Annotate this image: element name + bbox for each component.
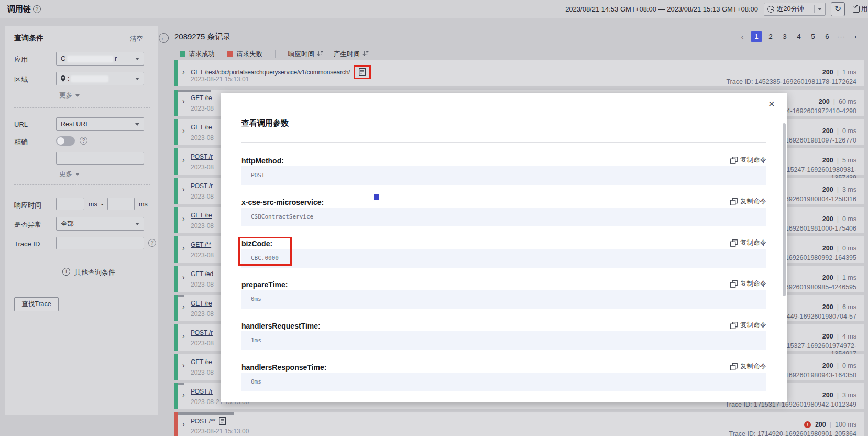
copy-command-button[interactable]: 复制命令 bbox=[730, 279, 766, 288]
param-value-box: 0ms bbox=[241, 373, 766, 391]
trace-url-link[interactable]: GET /re bbox=[191, 94, 212, 102]
trace-url-text: GET /ed bbox=[191, 270, 213, 278]
expand-chevron-icon[interactable]: › bbox=[182, 97, 185, 105]
search-trace-button[interactable]: 查找Trace bbox=[14, 297, 59, 311]
status-bar-success bbox=[174, 266, 178, 292]
expand-chevron-icon[interactable]: › bbox=[182, 156, 185, 164]
sort-response-time[interactable]: 响应时间 bbox=[288, 49, 323, 59]
app-select[interactable]: Cr bbox=[56, 52, 144, 66]
expand-chevron-icon[interactable]: › bbox=[182, 302, 185, 311]
page-button-3[interactable]: 3 bbox=[779, 31, 790, 42]
copy-command-button[interactable]: 复制命令 bbox=[730, 197, 766, 206]
close-icon[interactable]: × bbox=[768, 99, 775, 109]
trace-url-link[interactable]: POST /r bbox=[191, 153, 213, 160]
trace-url-link[interactable]: GET /re bbox=[191, 300, 212, 307]
page-button-2[interactable]: 2 bbox=[765, 31, 776, 42]
divider: | bbox=[837, 274, 839, 281]
trace-status: 200|0 ms bbox=[822, 362, 856, 369]
clock-icon bbox=[767, 6, 774, 13]
trace-url-link[interactable]: GET /re bbox=[191, 212, 212, 219]
trace-url-link[interactable]: POST /r bbox=[191, 388, 213, 395]
status-bar-success bbox=[174, 90, 178, 116]
status-code: 200 bbox=[819, 98, 830, 105]
chevron-down-icon bbox=[135, 58, 139, 60]
trace-id-help-icon[interactable]: ? bbox=[148, 239, 156, 247]
copy-command-button[interactable]: 复制命令 bbox=[730, 362, 766, 371]
more-toggle-2[interactable]: 更多 bbox=[59, 170, 80, 179]
divider bbox=[275, 50, 276, 58]
expand-chevron-icon[interactable]: › bbox=[182, 361, 185, 369]
status-code: 200 bbox=[822, 69, 833, 76]
region-select[interactable]: : bbox=[56, 72, 144, 85]
trace-url-link[interactable]: GET /re bbox=[191, 358, 212, 366]
copy-command-button[interactable]: 复制命令 bbox=[730, 238, 766, 247]
abnormal-select[interactable]: 全部 bbox=[56, 217, 144, 231]
expand-chevron-icon[interactable]: › bbox=[182, 332, 185, 340]
trace-url-link[interactable]: POST /r bbox=[191, 182, 213, 190]
user-guide-link[interactable]: 用户指 bbox=[853, 5, 868, 14]
expand-chevron-icon[interactable]: › bbox=[182, 390, 185, 399]
page-help-icon[interactable]: ? bbox=[33, 5, 41, 13]
expand-chevron-icon[interactable]: › bbox=[182, 244, 185, 252]
expand-chevron-icon[interactable]: › bbox=[182, 273, 185, 281]
duration: 100 ms bbox=[835, 421, 856, 428]
trace-id-input[interactable] bbox=[56, 237, 144, 249]
expand-chevron-icon[interactable]: › bbox=[182, 68, 185, 76]
page-ellipsis[interactable]: ··· bbox=[836, 31, 847, 42]
refresh-button[interactable]: ↻ bbox=[831, 2, 845, 16]
expand-chevron-icon[interactable]: › bbox=[182, 214, 185, 223]
expand-chevron-icon[interactable]: › bbox=[182, 126, 185, 135]
pagination: ‹123456···› bbox=[737, 31, 861, 42]
trace-timestamp: 2023-08 bbox=[191, 340, 214, 347]
trace-url-link[interactable]: POST /r bbox=[191, 329, 213, 336]
param-value-box: CSBContractService bbox=[241, 208, 766, 226]
view-params-icon[interactable] bbox=[219, 417, 226, 425]
plus-circle-icon[interactable]: + bbox=[62, 268, 70, 276]
response-time-max-input[interactable] bbox=[107, 198, 135, 210]
param-label: handlersResponseTime: bbox=[241, 363, 326, 372]
collapse-panel-icon[interactable]: ← bbox=[159, 33, 169, 43]
exact-help-icon[interactable]: ? bbox=[80, 137, 87, 145]
divider bbox=[14, 286, 150, 286]
trace-url-link[interactable]: GET /** bbox=[191, 241, 211, 248]
page-prev-button[interactable]: ‹ bbox=[737, 31, 748, 42]
trace-url-link[interactable]: GET /ed bbox=[191, 270, 213, 278]
status-bar-success bbox=[174, 383, 178, 409]
url-type-select[interactable]: Rest URL bbox=[56, 117, 144, 131]
page-button-6[interactable]: 6 bbox=[822, 31, 832, 42]
response-time-min-input[interactable] bbox=[56, 198, 84, 210]
trace-url-link[interactable]: GET /re bbox=[191, 124, 212, 131]
page-button-4[interactable]: 4 bbox=[794, 31, 804, 42]
duration: 3 ms bbox=[842, 186, 856, 193]
status-bar-success bbox=[174, 178, 178, 204]
divider: | bbox=[837, 391, 839, 399]
duration: 3 ms bbox=[842, 391, 856, 399]
trace-timestamp: 2023-08 bbox=[191, 134, 214, 141]
divider: | bbox=[837, 127, 839, 135]
trace-url-link[interactable]: POST /** bbox=[191, 417, 226, 425]
expand-chevron-icon[interactable]: › bbox=[182, 185, 185, 193]
clear-button[interactable]: 清空 bbox=[130, 35, 143, 43]
ms-unit: ms bbox=[139, 201, 148, 208]
param-label: prepareTime: bbox=[241, 280, 288, 289]
other-conditions-link[interactable]: 其他查询条件 bbox=[74, 268, 115, 277]
page-button-1[interactable]: 1 bbox=[751, 31, 762, 42]
trace-url-text: POST /r bbox=[191, 329, 213, 336]
app-select-value: Cr bbox=[61, 55, 117, 62]
more-toggle-1[interactable]: 更多 bbox=[59, 91, 80, 100]
copy-command-button[interactable]: 复制命令 bbox=[730, 156, 766, 165]
quick-time-range-select[interactable]: 近20分钟 bbox=[764, 3, 826, 16]
status-bar-fail bbox=[174, 412, 178, 436]
modal-scrollbar[interactable] bbox=[783, 123, 786, 296]
copy-command-button[interactable]: 复制命令 bbox=[730, 321, 766, 330]
exact-toggle[interactable] bbox=[56, 136, 75, 146]
trace-timestamp: 2023-08 bbox=[191, 281, 214, 288]
list-legend: 请求成功 请求失败 响应时间 产生时间 bbox=[180, 49, 379, 59]
page-button-5[interactable]: 5 bbox=[808, 31, 818, 42]
sort-generate-time[interactable]: 产生时间 bbox=[334, 49, 369, 59]
page-next-button[interactable]: › bbox=[850, 31, 861, 42]
url-input[interactable] bbox=[56, 152, 144, 165]
view-params-icon[interactable] bbox=[359, 68, 366, 76]
expand-chevron-icon[interactable]: › bbox=[182, 420, 185, 428]
divider bbox=[14, 257, 150, 257]
